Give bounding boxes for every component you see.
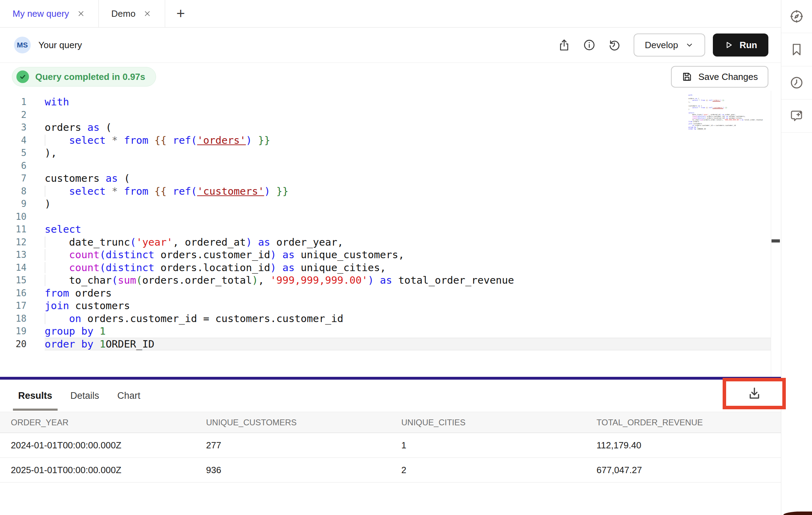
page-title: Your query <box>38 40 82 51</box>
line-number: 18 <box>0 313 27 324</box>
query-header: MS Your query <box>0 28 781 63</box>
code-line[interactable]: 11select <box>0 223 771 236</box>
line-number: 11 <box>0 224 27 234</box>
code-line[interactable]: 5), <box>0 147 771 159</box>
code-line[interactable]: 9) <box>0 197 771 210</box>
editor-tab-bar: My new queryDemo+ <box>0 0 781 28</box>
line-number: 6 <box>0 161 27 171</box>
line-number: 14 <box>0 262 27 273</box>
table-row[interactable]: 2024-01-01T00:00:00.000Z2771112,179.40 <box>0 433 781 458</box>
code-line[interactable]: 4 select * from {{ ref('orders') }} <box>0 134 771 147</box>
code-line[interactable]: 14 count(distinct orders.location_id) as… <box>0 261 771 274</box>
code-text: order by 1ORDER_ID <box>45 338 771 351</box>
editor-right-rail <box>771 91 781 377</box>
code-text: count(distinct orders.customer_id) as un… <box>45 248 771 261</box>
minimap-line: order by 1ORDER_ID <box>688 128 769 130</box>
code-line[interactable]: 12 date_trunc('year', ordered_at) as ord… <box>0 236 771 249</box>
code-text: select * from {{ ref('orders') }} <box>45 134 771 147</box>
line-number: 13 <box>0 249 27 260</box>
table-row[interactable]: 2025-01-01T00:00:00.000Z9362677,047.27 <box>0 458 781 483</box>
table-header-cell: TOTAL_ORDER_REVENUE <box>586 418 781 427</box>
save-changes-label: Save Changes <box>698 72 758 82</box>
sidebar-history-button[interactable] <box>781 66 812 99</box>
info-icon <box>583 38 596 52</box>
tab-demo[interactable]: Demo <box>99 0 165 27</box>
new-tab-button[interactable]: + <box>165 0 196 27</box>
results-tab-bar: ResultsDetailsChart <box>0 380 781 412</box>
sidebar-bookmark-button[interactable] <box>781 33 812 66</box>
code-line[interactable]: 8 select * from {{ ref('customers') }} <box>0 185 771 198</box>
code-text <box>45 159 771 172</box>
code-line[interactable]: 6 <box>0 159 771 172</box>
code-line[interactable]: 3orders as ( <box>0 121 771 134</box>
table-cell: 2025-01-01T00:00:00.000Z <box>0 465 195 476</box>
info-button[interactable] <box>582 38 597 52</box>
code-line[interactable]: 15 to_char(sum(orders.order_total), '999… <box>0 274 771 287</box>
results-tab-results[interactable]: Results <box>18 390 52 401</box>
tab-label: My new query <box>13 8 69 19</box>
results-tab-details[interactable]: Details <box>71 390 99 401</box>
code-line[interactable]: 2 <box>0 109 771 121</box>
code-line[interactable]: 1with <box>0 96 771 109</box>
run-button[interactable]: Run <box>713 33 768 57</box>
tab-my-new-query[interactable]: My new query <box>0 0 99 27</box>
line-number: 12 <box>0 237 27 247</box>
header-icon-group <box>557 38 622 52</box>
code-text: group by 1 <box>45 325 771 338</box>
table-cell: 936 <box>195 465 390 476</box>
code-line[interactable]: 19group by 1 <box>0 325 771 338</box>
line-number: 8 <box>0 186 27 196</box>
chevron-down-icon <box>685 40 694 50</box>
code-line[interactable]: 20order by 1ORDER_ID <box>0 338 771 351</box>
code-text: to_char(sum(orders.order_total), '999,99… <box>45 274 771 287</box>
table-cell: 277 <box>195 440 390 451</box>
history-clock-icon <box>789 75 804 90</box>
avatar: MS <box>14 37 31 53</box>
line-number: 5 <box>0 148 27 158</box>
tab-close-icon[interactable] <box>142 9 152 18</box>
share-icon <box>558 38 571 52</box>
tab-close-icon[interactable] <box>76 9 86 18</box>
code-line[interactable]: 7customers as ( <box>0 172 771 185</box>
code-text: join customers <box>45 299 771 312</box>
code-text: date_trunc('year', ordered_at) as order_… <box>45 236 771 249</box>
code-text <box>45 210 771 223</box>
app-window: My new queryDemo+ MS Your query <box>0 0 812 515</box>
code-text: from orders <box>45 287 771 300</box>
annotation-red-rectangle <box>723 378 786 409</box>
history-button[interactable] <box>607 38 622 52</box>
line-number: 15 <box>0 275 27 285</box>
download-icon <box>747 386 762 401</box>
save-changes-button[interactable]: Save Changes <box>671 66 768 88</box>
sidebar-discover-button[interactable] <box>781 0 812 33</box>
results-panel: ResultsDetailsChart ORDER_YEARUNIQUE_CUS… <box>0 380 781 515</box>
table-header-cell: ORDER_YEAR <box>0 418 195 427</box>
table-cell: 677,047.27 <box>586 465 781 476</box>
develop-label: Develop <box>645 40 678 51</box>
line-number: 1 <box>0 97 27 107</box>
code-line[interactable]: 13 count(distinct orders.customer_id) as… <box>0 248 771 261</box>
panel-divider[interactable] <box>0 377 781 380</box>
code-line[interactable]: 17join customers <box>0 299 771 312</box>
code-area[interactable]: 1with23orders as (4 select * from {{ ref… <box>0 91 771 377</box>
line-number: 19 <box>0 326 27 336</box>
line-number: 16 <box>0 288 27 298</box>
download-results-button[interactable] <box>726 381 782 406</box>
minimap[interactable]: with orders as ( select * from {{ ref('o… <box>688 94 769 130</box>
status-message: Query completed in 0.97s <box>35 72 145 82</box>
table-cell: 112,179.40 <box>586 440 781 451</box>
code-text: on orders.customer_id = customers.custom… <box>45 312 771 325</box>
minimap-line: to_char(sum(orders.order_total), '999,99… <box>688 119 769 121</box>
code-line[interactable]: 16from orders <box>0 287 771 300</box>
code-line[interactable]: 10 <box>0 210 771 223</box>
ai-chat-sparkles-icon <box>789 109 804 123</box>
status-toolbar: Query completed in 0.97s Save Changes <box>0 63 781 91</box>
share-button[interactable] <box>557 38 571 52</box>
play-icon <box>724 40 734 50</box>
develop-dropdown-button[interactable]: Develop <box>634 33 705 57</box>
resize-handle[interactable] <box>772 239 780 242</box>
code-line[interactable]: 18 on orders.customer_id = customers.cus… <box>0 312 771 325</box>
sidebar-ai-chat-button[interactable] <box>781 99 812 133</box>
sql-editor[interactable]: 1with23orders as (4 select * from {{ ref… <box>0 91 781 377</box>
results-tab-chart[interactable]: Chart <box>117 390 140 401</box>
